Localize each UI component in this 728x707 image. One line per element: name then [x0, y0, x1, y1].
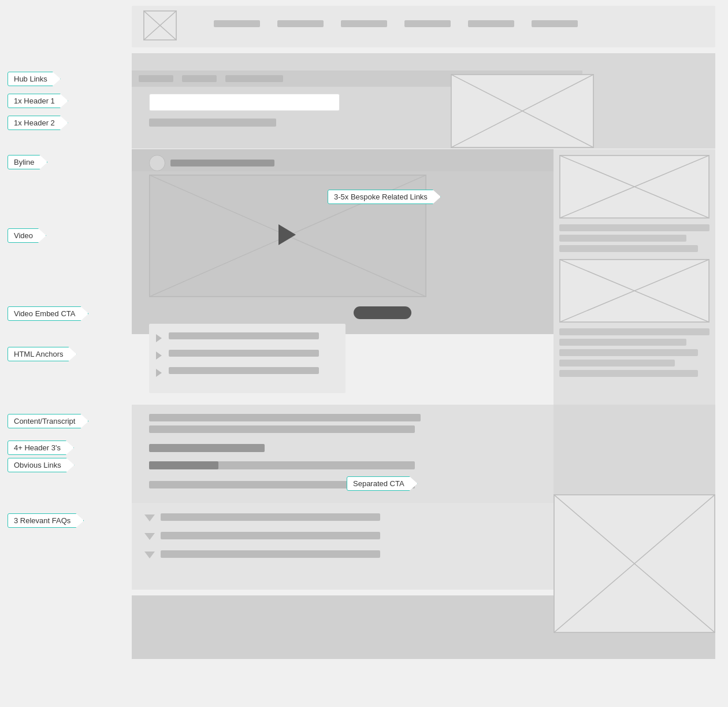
header3-label: 4+ Header 3's	[8, 441, 74, 455]
faq-bar-1	[161, 513, 380, 521]
nav-bar-4	[404, 20, 451, 27]
anchor-chevron-1	[156, 334, 162, 342]
content-bar-1	[149, 414, 421, 421]
header1-bar	[149, 94, 340, 111]
video-embed-cta-pill[interactable]	[354, 306, 411, 319]
anchor-bar-2	[169, 350, 319, 357]
separated-cta-label: Separated CTA	[347, 476, 418, 491]
obvious-links-dark-bar	[149, 461, 218, 469]
sidebar-bar-8	[559, 370, 698, 377]
logo-placeholder	[143, 10, 177, 40]
sidebar-bar-6	[559, 349, 698, 356]
byline-name-bar	[170, 160, 274, 166]
video-play-button[interactable]	[278, 224, 296, 245]
video-label: Video	[8, 228, 46, 243]
hub-link-1	[139, 75, 173, 82]
bottom-right-image	[554, 494, 715, 633]
video-embed-cta-label: Video Embed CTA	[8, 306, 88, 321]
sidebar-bar-4	[559, 328, 710, 335]
anchor-bar-3	[169, 367, 319, 374]
obvious-links-label: Obvious Links	[8, 458, 75, 472]
faq-chevron-2	[144, 533, 155, 540]
sidebar-bar-3	[559, 245, 698, 252]
relevant-faqs-label: 3 Relevant FAQs	[8, 513, 84, 528]
faq-bar-3	[161, 550, 380, 558]
anchor-chevron-3	[156, 369, 162, 377]
sidebar-image-2	[559, 259, 710, 323]
hub-link-2	[182, 75, 217, 82]
hub-links-label: Hub Links	[8, 72, 61, 86]
faq-chevron-1	[144, 514, 155, 521]
nav-bar-5	[468, 20, 514, 27]
header1-label: 1x Header 1	[8, 94, 68, 108]
faq-chevron-3	[144, 551, 155, 558]
html-anchors-label: HTML Anchors	[8, 347, 77, 361]
anchor-bar-1	[169, 332, 319, 339]
hero-image	[451, 74, 594, 148]
sidebar-bar-1	[559, 224, 710, 231]
content-transcript-label: Content/Transcript	[8, 414, 88, 428]
anchor-chevron-2	[156, 351, 162, 360]
sidebar-bar-7	[559, 360, 675, 367]
content-bar-2	[149, 425, 415, 433]
nav-bar-3	[341, 20, 387, 27]
byline-label: Byline	[8, 155, 47, 169]
faq-bar-2	[161, 532, 380, 539]
byline-avatar	[149, 155, 165, 171]
sidebar-bar-5	[559, 339, 686, 346]
header2-label: 1x Header 2	[8, 116, 68, 130]
nav-bar-2	[277, 20, 324, 27]
sidebar-image-1	[559, 155, 710, 219]
nav-bar-6	[532, 20, 578, 27]
nav-bar-1	[214, 20, 260, 27]
hub-link-3	[225, 75, 283, 82]
bespoke-label: 3-5x Bespoke Related Links	[328, 190, 441, 204]
header2-bar	[149, 119, 276, 127]
sidebar-bar-2	[559, 235, 686, 242]
header3-bar	[149, 444, 265, 452]
